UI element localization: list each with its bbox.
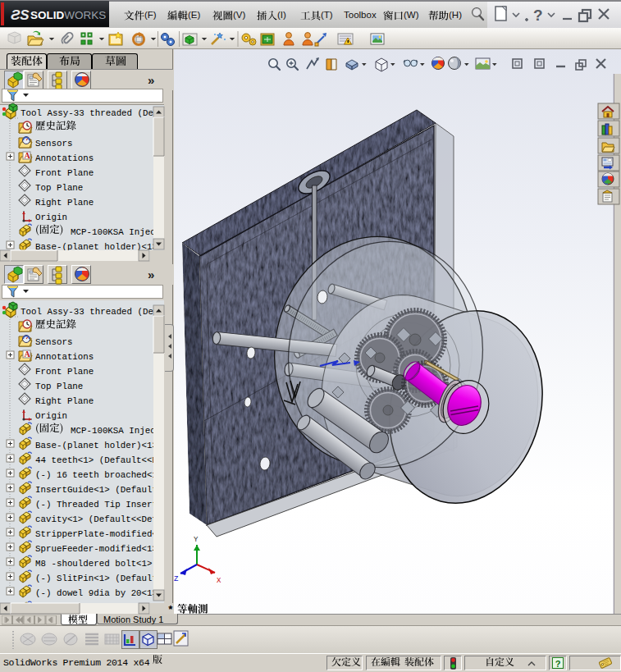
svg-text:Right Plane: Right Plane — [35, 396, 94, 406]
svg-text:StripperPlate-modified<: StripperPlate-modified< — [35, 529, 158, 539]
svg-text:Z: Z — [174, 575, 179, 583]
svg-text:Tool Assy-33 threaded (Def: Tool Assy-33 threaded (Def — [21, 307, 158, 317]
svg-text:Annotations: Annotations — [35, 153, 94, 163]
svg-text:A: A — [25, 151, 31, 160]
svg-text:cavity<1> (Default<<Def: cavity<1> (Default<<Def — [35, 514, 158, 524]
svg-text:Top Plane: Top Plane — [35, 382, 83, 391]
svg-text:(-) SlitPin<1> (Default: (-) SlitPin<1> (Default — [35, 574, 158, 583]
svg-text:(-) dowel 9dia by 20<1>: (-) dowel 9dia by 20<1> — [35, 588, 158, 598]
svg-text:44 teeth<1> (Default<<D: 44 teeth<1> (Default<<D — [35, 455, 158, 465]
svg-text:Top Plane: Top Plane — [35, 183, 83, 193]
svg-text:(-) 16 teeth broached<1: (-) 16 teeth broached<1 — [35, 470, 158, 480]
svg-text:A: A — [25, 350, 31, 359]
svg-text:Right Plane: Right Plane — [35, 198, 94, 208]
svg-text:Y: Y — [194, 536, 199, 544]
svg-text:Sensors: Sensors — [35, 337, 72, 347]
svg-text:Front Plane: Front Plane — [35, 168, 94, 178]
svg-text:MCP-100KSA Injec: MCP-100KSA Injec — [71, 426, 156, 436]
svg-text:MCP-100KSA Injec: MCP-100KSA Injec — [71, 227, 156, 237]
svg-text:Tool Assy-33 threaded (Def: Tool Assy-33 threaded (Def — [21, 108, 158, 118]
svg-text:Sensors: Sensors — [35, 139, 72, 149]
svg-text:Front Plane: Front Plane — [35, 367, 94, 377]
svg-text:InsertGuide<1> (Default: InsertGuide<1> (Default — [35, 485, 158, 495]
svg-text:Annotations: Annotations — [35, 352, 94, 362]
svg-text:SprueFeeder-modified<1>: SprueFeeder-modified<1> — [35, 544, 158, 554]
svg-text:M8 -shouldered bolt<1>: M8 -shouldered bolt<1> — [35, 559, 153, 569]
svg-text:Base-(planet holder)<1>: Base-(planet holder)<1> — [35, 441, 158, 450]
svg-text:?: ? — [533, 7, 543, 24]
svg-text:Origin: Origin — [35, 411, 67, 421]
svg-text:X: X — [217, 577, 221, 585]
svg-text:Origin: Origin — [35, 213, 67, 222]
svg-text:(-) Threaded Tip Insert: (-) Threaded Tip Insert — [35, 500, 158, 510]
